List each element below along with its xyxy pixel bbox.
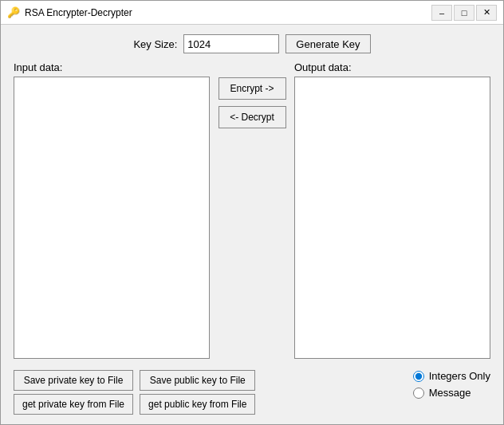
integers-only-option[interactable]: Integers Only	[413, 370, 490, 382]
key-size-row: Key Size: Generate Key	[14, 34, 490, 53]
app-window: 🔑 RSA Encrypter-Decrypter – □ ✕ Key Size…	[0, 0, 504, 425]
main-content: Key Size: Generate Key Input data: Encry…	[1, 25, 503, 424]
save-private-key-button[interactable]: Save private key to File	[14, 370, 133, 391]
message-radio[interactable]	[413, 388, 424, 399]
save-public-key-button[interactable]: Save public key to File	[140, 370, 255, 391]
mode-radio-group: Integers Only Message	[407, 370, 490, 399]
decrypt-button[interactable]: <- Decrypt	[219, 106, 286, 128]
window-controls: – □ ✕	[431, 5, 497, 21]
close-button[interactable]: ✕	[476, 5, 497, 21]
get-private-key-button[interactable]: get private key from File	[14, 394, 133, 415]
integers-only-label: Integers Only	[429, 370, 490, 382]
action-buttons: Encrypt -> <- Decrypt	[216, 61, 288, 359]
minimize-button[interactable]: –	[431, 5, 452, 21]
encrypt-button[interactable]: Encrypt ->	[219, 77, 286, 100]
message-label: Message	[429, 387, 471, 399]
integers-only-radio[interactable]	[413, 371, 424, 382]
app-icon: 🔑	[7, 6, 20, 19]
output-label: Output data:	[294, 61, 490, 73]
window-title: RSA Encrypter-Decrypter	[25, 7, 431, 18]
input-textarea[interactable]	[14, 77, 210, 359]
title-bar: 🔑 RSA Encrypter-Decrypter – □ ✕	[1, 1, 503, 25]
message-option[interactable]: Message	[413, 387, 490, 399]
output-textarea[interactable]	[294, 77, 490, 359]
maximize-button[interactable]: □	[454, 5, 474, 21]
key-size-label: Key Size:	[133, 38, 177, 50]
key-size-input[interactable]	[183, 34, 279, 53]
get-public-key-button[interactable]: get public key from File	[140, 394, 255, 415]
output-section: Output data:	[294, 61, 490, 359]
file-buttons-group-2: Save public key to File get public key f…	[140, 370, 255, 415]
main-area: Input data: Encrypt -> <- Decrypt Output…	[14, 61, 490, 359]
input-section: Input data:	[14, 61, 210, 359]
file-buttons-group: Save private key to File get private key…	[14, 370, 133, 415]
input-label: Input data:	[14, 61, 210, 73]
generate-key-button[interactable]: Generate Key	[285, 34, 370, 53]
bottom-row: Save private key to File get private key…	[14, 370, 490, 415]
